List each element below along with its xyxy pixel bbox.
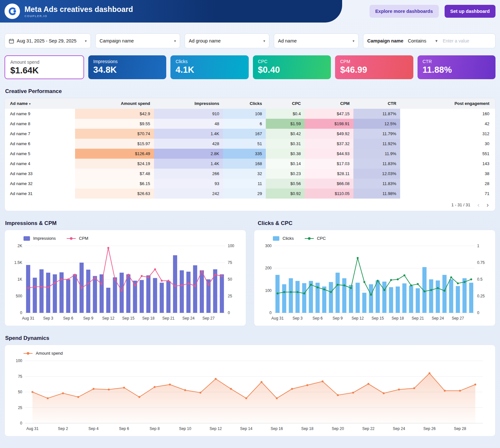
svg-text:Sep 9: Sep 9	[83, 316, 93, 321]
svg-text:Sep 21: Sep 21	[162, 316, 175, 321]
table-body: Ad name 9$42.9910108$0.4$47.1511.87%160A…	[5, 109, 495, 199]
metric-cell: $0.56	[266, 179, 305, 189]
ad-name-cell: Ad name 4	[5, 159, 75, 169]
explore-dashboards-button[interactable]: Explore more dashboards	[370, 5, 439, 18]
column-header-post-engagement[interactable]: Post engagement	[400, 98, 495, 109]
column-header-cpm[interactable]: CPM	[305, 98, 353, 109]
creative-performance-table: Ad name▾Amount spendImpressionsClicksCPC…	[5, 98, 495, 211]
kpi-value: $46.99	[340, 65, 408, 75]
svg-text:0: 0	[228, 311, 230, 315]
metric-cell: $0.4	[266, 109, 305, 119]
chart-svg: 010020030000.250.50.751Aug 31Sep 3Sep 6S…	[258, 241, 491, 322]
metric-cell: 11.9%	[353, 149, 400, 159]
svg-text:Sep 4: Sep 4	[89, 426, 99, 431]
kpi-value: 11.88%	[423, 65, 491, 75]
ad-name-cell: Ad name 6	[5, 139, 75, 149]
metric-cell: 242	[154, 189, 223, 199]
metric-cell: 11.83%	[353, 159, 400, 169]
chevron-down-icon: ▼	[435, 39, 438, 43]
date-range-value: Aug 31, 2025 - Sep 29, 2025	[17, 38, 76, 43]
metric-cell: 12.5%	[353, 119, 400, 129]
metric-cell: 12.03%	[353, 169, 400, 179]
svg-text:Sep 2: Sep 2	[58, 426, 68, 431]
impressions-cpm-plot: 05001K1.5K2K0255075100Aug 31Sep 3Sep 6Se…	[9, 241, 242, 323]
kpi-label: Amount spend	[10, 60, 78, 65]
chevron-down-icon: ▾	[174, 39, 176, 43]
setup-dashboard-button[interactable]: Set up dashboard	[445, 5, 495, 18]
metric-cell: 42	[400, 119, 495, 129]
svg-text:100: 100	[228, 244, 234, 248]
metric-cell: 551	[400, 149, 495, 159]
legend-label[interactable]: Amount spend	[36, 351, 63, 356]
pagination-label: 1 - 31 / 31	[451, 202, 470, 207]
kpi-card-amount-spend: Amount spend$1.64K	[5, 55, 84, 79]
sort-desc-icon: ▾	[29, 102, 31, 106]
legend-label[interactable]: CPM	[79, 236, 88, 241]
metric-cell: $0.42	[266, 129, 305, 139]
legend-label[interactable]: CPC	[317, 236, 326, 241]
column-header-clicks[interactable]: Clicks	[223, 98, 266, 109]
advanced-filter-operator[interactable]: Contains ▼	[407, 38, 439, 43]
metric-cell: 93	[154, 179, 223, 189]
kpi-value: 34.8K	[93, 65, 161, 75]
column-header-amount-spend[interactable]: Amount spend	[75, 98, 154, 109]
metric-cell: $110.05	[305, 189, 353, 199]
table-row: Ad name 33$7.4826632$0.23$28.1112.03%38	[5, 169, 495, 179]
table-row: Ad name 8$9.55486$1.59$198.9112.5%42	[5, 119, 495, 129]
svg-text:Sep 27: Sep 27	[452, 316, 464, 321]
legend-label[interactable]: Clicks	[283, 236, 294, 241]
table-row: Ad name 7$70.741.4K167$0.42$49.9211.79%3…	[5, 129, 495, 139]
column-header-ad-name[interactable]: Ad name▾	[5, 98, 75, 109]
svg-text:Sep 3: Sep 3	[293, 316, 303, 321]
ad-group-name-filter[interactable]: Ad group name ▾	[185, 33, 269, 48]
campaign-name-filter[interactable]: Campaign name ▾	[95, 33, 180, 48]
svg-text:Sep 21: Sep 21	[412, 316, 424, 321]
metric-cell: $1.59	[266, 119, 305, 129]
legend-label[interactable]: Impressions	[33, 236, 56, 241]
svg-text:Sep 16: Sep 16	[271, 426, 283, 431]
metric-cell: $44.93	[305, 149, 353, 159]
svg-text:100: 100	[16, 359, 22, 363]
ad-name-filter[interactable]: Ad name ▾	[274, 33, 359, 48]
svg-text:1K: 1K	[17, 277, 22, 282]
metric-cell: 29	[223, 189, 266, 199]
svg-text:500: 500	[16, 294, 22, 298]
kpi-label: Impressions	[93, 59, 161, 64]
legend-bar-swatch	[273, 236, 279, 241]
svg-text:Sep 18: Sep 18	[392, 316, 404, 321]
prev-page-button[interactable]: ‹	[477, 201, 480, 208]
metric-cell: $47.15	[305, 109, 353, 119]
metric-cell: 51	[223, 139, 266, 149]
column-header-impressions[interactable]: Impressions	[154, 98, 223, 109]
metric-cell: 1.4K	[154, 159, 223, 169]
kpi-row: Amount spend$1.64KImpressions34.8KClicks…	[5, 55, 495, 79]
filter-value-input[interactable]	[443, 38, 491, 43]
spend-dynamics-legend: Amount spend	[24, 351, 491, 356]
svg-text:0: 0	[20, 311, 22, 315]
column-header-cpc[interactable]: CPC	[266, 98, 305, 109]
svg-text:Sep 8: Sep 8	[149, 426, 160, 431]
ad-name-cell: Ad name 8	[5, 119, 75, 129]
metric-cell: $7.48	[75, 169, 154, 179]
table-row: Ad name 31$26.6324229$0.92$110.0511.98%7…	[5, 189, 495, 199]
metric-cell: $24.19	[75, 159, 154, 169]
column-header-ctr[interactable]: CTR	[353, 98, 400, 109]
ad-name-filter-label: Ad name	[278, 38, 297, 43]
table-row: Ad name 5$126.492.8K335$0.38$44.9311.9%5…	[5, 149, 495, 159]
kpi-label: CPM	[340, 59, 408, 64]
metric-cell: $28.11	[305, 169, 353, 179]
svg-text:Sep 3: Sep 3	[43, 316, 53, 321]
chart-title-impressions-cpm: Impressions & CPM	[5, 220, 247, 227]
next-page-button[interactable]: ›	[486, 201, 489, 208]
svg-text:75: 75	[228, 260, 232, 265]
kpi-card-clicks: Clicks4.1K	[170, 55, 249, 79]
metric-cell: $6.15	[75, 179, 154, 189]
svg-text:Sep 10: Sep 10	[179, 426, 191, 431]
svg-text:Sep 20: Sep 20	[332, 426, 344, 431]
metric-cell: 30	[400, 139, 495, 149]
date-range-picker[interactable]: Aug 31, 2025 - Sep 29, 2025 ▾	[5, 33, 91, 48]
calendar-icon	[9, 38, 14, 44]
svg-text:Sep 18: Sep 18	[142, 316, 155, 321]
svg-text:Aug 31: Aug 31	[26, 426, 39, 431]
ad-group-name-filter-label: Ad group name	[189, 38, 221, 43]
